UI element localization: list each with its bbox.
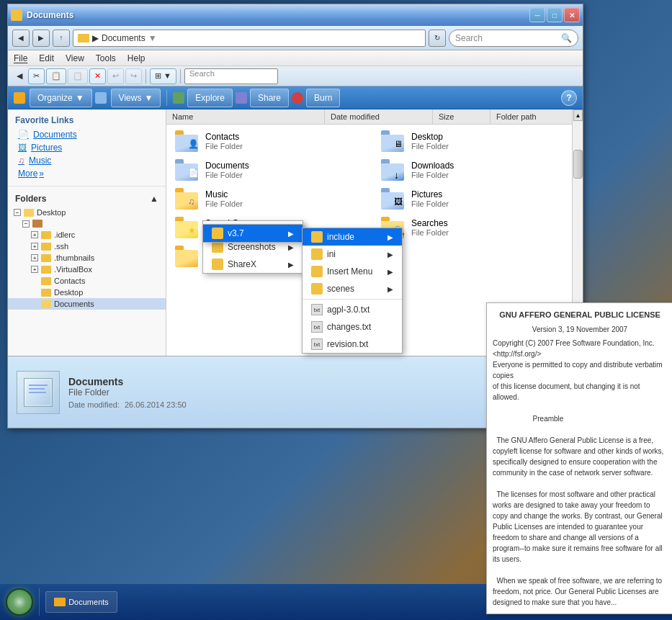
toolbar-copy-button[interactable]: 📋 (46, 68, 66, 84)
file-item-downloads[interactable]: ↓ Downloads File Folder (375, 156, 580, 184)
menu-item-v37[interactable]: v3.7 ▶ (203, 225, 303, 242)
file-item-contacts[interactable]: 👤 Contacts File Folder (169, 127, 374, 155)
toolbar-delete-button[interactable]: ✕ (89, 68, 106, 84)
menu-item-include[interactable]: include ▶ (303, 228, 402, 246)
minimize-button[interactable]: ─ (529, 8, 545, 22)
documents-link-label: Documents (33, 130, 77, 140)
file-item-searches[interactable]: 🔍 Searches File Folder (375, 214, 580, 241)
tree-item-thumbnails[interactable]: + .thumbnails (8, 252, 166, 264)
close-button[interactable]: ✕ (564, 8, 580, 22)
maximize-button[interactable]: □ (547, 8, 563, 22)
start-button[interactable] (6, 588, 33, 616)
col-header-date[interactable]: Date modified (325, 109, 433, 124)
views-icon (95, 92, 107, 104)
pictures-link-icon: 🖼 (18, 143, 27, 153)
up-button[interactable]: ↑ (53, 30, 70, 47)
address-field[interactable]: ▶ Documents ▼ (73, 30, 426, 47)
documents-link-icon: 📄 (18, 130, 29, 140)
searches-name: Searches (411, 218, 449, 228)
preview-line1 (29, 385, 48, 386)
pictures-link-label: Pictures (31, 143, 62, 153)
menu-item-scenes[interactable]: scenes ▶ (303, 280, 402, 297)
menu-item-include-label: include (327, 232, 354, 242)
toolbar-views-button[interactable]: ⊞ ▼ (150, 68, 176, 84)
back-button[interactable]: ◀ (12, 30, 30, 47)
folder-icon-virtualbox (41, 266, 51, 274)
menu-file[interactable]: File (14, 53, 27, 63)
menu-arrow-include: ▶ (387, 233, 393, 241)
tree-item-idlerc[interactable]: + .idlerc (8, 229, 166, 241)
menu-tools[interactable]: Tools (96, 53, 116, 63)
toolbar-paste-button[interactable]: 📋 (68, 68, 88, 84)
explore-button[interactable]: Explore (187, 89, 233, 107)
search-bar-top[interactable]: Search 🔍 (449, 30, 578, 47)
sidebar-item-pictures[interactable]: 🖼 Pictures (15, 141, 158, 154)
menu-item-insertmenu[interactable]: Insert Menu ▶ (303, 263, 402, 280)
help-button[interactable]: ? (561, 90, 577, 106)
sidebar: Favorite Links 📄 Documents 🖼 Pictures ♫ … (8, 109, 166, 356)
refresh-button[interactable]: ↻ (429, 30, 446, 47)
col-header-path[interactable]: Folder path (490, 109, 583, 124)
sidebar-item-documents[interactable]: 📄 Documents (15, 128, 158, 141)
tree-item-ssh[interactable]: + .ssh (8, 241, 166, 252)
folders-title[interactable]: Folders ▲ (8, 191, 166, 207)
tree-item-contacts[interactable]: Contacts (8, 275, 166, 287)
tree-item-desktop2[interactable]: Desktop (8, 287, 166, 298)
favorites-title: Favorite Links (15, 115, 158, 125)
menu-edit[interactable]: Edit (39, 53, 54, 63)
col-header-name[interactable]: Name (166, 109, 325, 124)
toolbar-separator2 (180, 69, 181, 84)
col-header-size[interactable]: Size (433, 109, 490, 124)
sidebar-item-music[interactable]: ♫ Music (15, 154, 158, 167)
file-item-music[interactable]: ♫ Music File Folder (169, 185, 374, 212)
toolbar-back-button[interactable]: ◀ (12, 68, 27, 84)
menu-item-changes[interactable]: txt changes.txt (303, 318, 402, 336)
taskbar-item-explorer[interactable]: Documents (45, 591, 117, 613)
burn-button[interactable]: Burn (306, 89, 340, 107)
toolbar-cut-button[interactable]: ✂ (28, 68, 45, 84)
videos-folder-icon-wrap (174, 246, 200, 267)
tree-expand-ssh[interactable]: + (31, 243, 38, 250)
tree-expand-desktop[interactable]: − (14, 209, 21, 216)
tree-item-documents[interactable]: Documents (8, 298, 166, 310)
views-button[interactable]: Views ▼ (111, 89, 161, 107)
tree-item-desktop[interactable]: − Desktop (8, 207, 166, 218)
toolbar-search-placeholder: Search (189, 69, 215, 78)
folders-toggle: ▲ (150, 194, 158, 204)
menu-arrow-ini: ▶ (387, 251, 393, 259)
file-item-documents[interactable]: 📄 Documents File Folder (169, 156, 374, 184)
menu-item-sharex[interactable]: ShareX ▶ (203, 256, 303, 273)
tree-expand-virtualbox[interactable]: + (31, 266, 38, 273)
share-button[interactable]: Share (250, 89, 289, 107)
more-link[interactable]: More » (15, 167, 158, 180)
title-left: Documents (11, 9, 73, 21)
menu-item-agpl[interactable]: txt agpl-3.0.txt (303, 301, 402, 318)
toolbar-redo-button[interactable]: ↪ (125, 68, 142, 84)
v37-folder-icon (212, 228, 223, 239)
tree-expand-user[interactable]: − (22, 220, 30, 228)
scroll-thumb[interactable] (573, 150, 583, 179)
tree-expand-thumbnails[interactable]: + (31, 254, 38, 261)
text-preview-panel: GNU AFFERO GENERAL PUBLIC LICENSE Versio… (486, 302, 672, 614)
menu-item-v37-label: v3.7 (228, 228, 244, 238)
downloads-folder-icon-wrap: ↓ (380, 159, 406, 181)
menu-view[interactable]: View (66, 53, 84, 63)
toolbar-undo-button[interactable]: ↩ (107, 68, 124, 84)
tree-item-user[interactable]: − (8, 218, 166, 229)
views-arrow: ▼ (144, 93, 153, 103)
menu-item-ini[interactable]: ini ▶ (303, 246, 402, 263)
organize-button[interactable]: Organize ▼ (30, 89, 92, 107)
file-item-desktop[interactable]: 🖥 Desktop File Folder (375, 127, 580, 155)
tree-item-virtualbox[interactable]: + .VirtualBox (8, 264, 166, 275)
toolbar-search-input[interactable]: Search (184, 68, 278, 84)
license-version: Version 3, 19 November 2007 (493, 324, 667, 335)
menu-item-revision[interactable]: txt revision.txt (303, 336, 402, 353)
scroll-up-button[interactable]: ▲ (573, 109, 583, 121)
menu-bar: File Edit View Tools Help (8, 50, 583, 66)
taskbar-separator (39, 588, 40, 616)
downloads-overlay: ↓ (394, 169, 406, 181)
file-item-pictures[interactable]: 🖼 Pictures File Folder (375, 185, 580, 212)
tree-expand-idlerc[interactable]: + (31, 231, 38, 238)
forward-button[interactable]: ▶ (32, 30, 50, 47)
menu-help[interactable]: Help (127, 53, 145, 63)
